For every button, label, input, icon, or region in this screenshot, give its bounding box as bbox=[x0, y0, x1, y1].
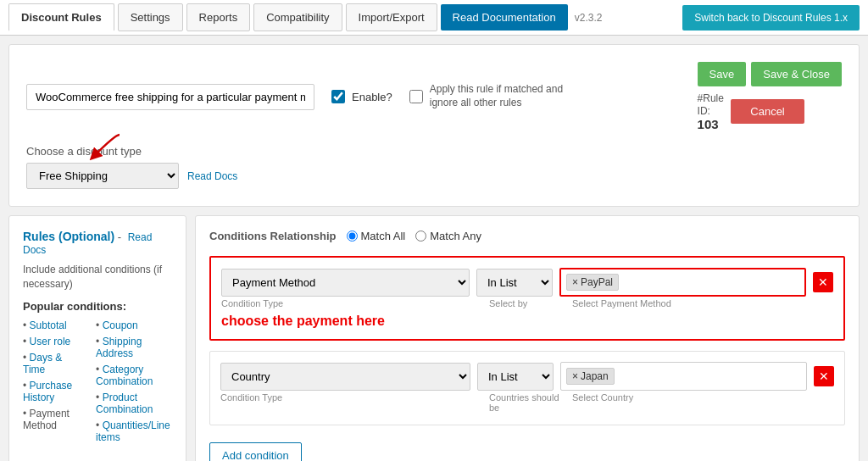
condition-block-2: Country In List × Japan ✕ Condition Type… bbox=[209, 351, 845, 425]
tab-reports[interactable]: Reports bbox=[186, 3, 251, 31]
condition-2-sublabels: Condition Type Countries should be Selec… bbox=[220, 391, 834, 414]
conditions-relationship-label: Conditions Relationship bbox=[209, 230, 337, 242]
payment-here-text: choose the payment here bbox=[221, 314, 833, 329]
remove-condition-2-button[interactable]: ✕ bbox=[814, 366, 834, 386]
select-by-select-1[interactable]: In List bbox=[476, 269, 553, 297]
condition-type-select-2[interactable]: Country bbox=[220, 363, 470, 391]
sidebar-item-shipping-address: Shipping Address bbox=[96, 336, 172, 359]
match-any-label: Match Any bbox=[430, 230, 481, 242]
select-by-select-2[interactable]: In List bbox=[477, 363, 554, 391]
match-all-option[interactable]: Match All bbox=[347, 230, 406, 242]
rules-panel: Conditions Relationship Match All Match … bbox=[195, 215, 860, 461]
sidebar-popular-label: Popular conditions: bbox=[23, 300, 172, 313]
paypal-tag-x[interactable]: × bbox=[572, 276, 578, 288]
enable-label: Enable? bbox=[352, 91, 392, 103]
condition-type-sublabel-1: Condition Type bbox=[221, 298, 482, 308]
match-radio-group: Match All Match Any bbox=[347, 230, 481, 242]
conditions-relationship-row: Conditions Relationship Match All Match … bbox=[209, 230, 845, 242]
japan-tag: × Japan bbox=[566, 368, 615, 385]
paypal-tag-label: PayPal bbox=[581, 276, 613, 288]
sidebar-item-purchase-history: Purchase History bbox=[23, 380, 82, 403]
tab-settings[interactable]: Settings bbox=[118, 3, 183, 31]
sidebar-item-payment-method: Payment Method bbox=[23, 408, 82, 431]
switch-back-button[interactable]: Switch back to Discount Rules 1.x bbox=[682, 5, 860, 31]
match-any-option[interactable]: Match Any bbox=[415, 230, 481, 242]
condition-type-select-1[interactable]: Payment Method bbox=[221, 269, 470, 297]
condition-block-1: Payment Method In List × PayPal ✕ Condit… bbox=[209, 256, 845, 341]
country-tag-input[interactable]: × Japan bbox=[560, 362, 807, 391]
paypal-tag: × PayPal bbox=[566, 274, 619, 291]
sidebar-item-days-time: Days & Time bbox=[23, 352, 82, 375]
tab-read-documentation[interactable]: Read Documentation bbox=[441, 4, 568, 31]
enable-row: Enable? bbox=[331, 90, 392, 103]
tab-compatibility[interactable]: Compatibility bbox=[253, 3, 342, 31]
apply-rule-row: Apply this rule if matched and ignore al… bbox=[409, 83, 582, 109]
condition-type-sublabel-2: Condition Type bbox=[220, 392, 482, 413]
sidebar-item-subtotal: Subtotal bbox=[23, 319, 82, 331]
top-navigation: Discount Rules Settings Reports Compatib… bbox=[0, 0, 868, 36]
bottom-section: Rules (Optional) - Read Docs Include add… bbox=[8, 215, 860, 461]
tab-import-export[interactable]: Import/Export bbox=[346, 3, 437, 31]
discount-type-select[interactable]: Free Shipping bbox=[26, 163, 179, 189]
tab-discount-rules[interactable]: Discount Rules bbox=[8, 3, 114, 31]
discount-type-label: Choose a discount type bbox=[26, 145, 842, 158]
match-any-radio[interactable] bbox=[415, 230, 426, 242]
rule-id-number: 103 bbox=[698, 117, 724, 131]
save-button-group: Save Save & Close bbox=[698, 62, 842, 86]
add-condition-button[interactable]: Add condition bbox=[209, 442, 302, 461]
rule-id-section: Save Save & Close #Rule ID: 103 Cancel bbox=[698, 62, 842, 131]
discount-type-row: Free Shipping Read Docs bbox=[26, 163, 842, 189]
sidebar: Rules (Optional) - Read Docs Include add… bbox=[8, 215, 186, 461]
condition-1-sublabels: Condition Type Select by Select Payment … bbox=[221, 297, 833, 310]
rule-name-input[interactable] bbox=[26, 84, 314, 110]
rule-row: Enable? Apply this rule if matched and i… bbox=[26, 62, 842, 131]
match-all-label: Match All bbox=[361, 230, 406, 242]
match-all-radio[interactable] bbox=[347, 230, 358, 242]
sidebar-include-text: Include additional conditions (if necess… bbox=[23, 263, 172, 292]
condition-inputs-1: Payment Method In List × PayPal ✕ bbox=[221, 268, 833, 297]
value-sublabel-2: Select Country bbox=[572, 392, 834, 413]
sidebar-title: Rules (Optional) bbox=[23, 230, 114, 243]
select-by-sublabel-2: Countries should be bbox=[489, 392, 565, 413]
sidebar-item-user-role: User role bbox=[23, 336, 82, 347]
discount-type-section: Choose a discount type Free Shipping Rea… bbox=[26, 145, 842, 189]
sidebar-columns: Subtotal User role Days & Time Purchase … bbox=[23, 319, 172, 447]
japan-tag-label: Japan bbox=[581, 370, 609, 382]
sidebar-item-coupon: Coupon bbox=[96, 319, 172, 331]
sidebar-dash: - bbox=[118, 230, 125, 243]
version-label: v2.3.2 bbox=[575, 12, 603, 24]
cancel-button[interactable]: Cancel bbox=[731, 99, 804, 124]
select-by-sublabel-1: Select by bbox=[489, 298, 565, 308]
read-docs-link[interactable]: Read Docs bbox=[187, 170, 237, 182]
red-arrow-icon bbox=[69, 131, 128, 164]
apply-rule-checkbox[interactable] bbox=[409, 90, 423, 103]
remove-condition-1-button[interactable]: ✕ bbox=[813, 272, 833, 292]
condition-inputs-2: Country In List × Japan ✕ bbox=[220, 362, 834, 391]
japan-tag-x[interactable]: × bbox=[572, 370, 578, 382]
apply-rule-label: Apply this rule if matched and ignore al… bbox=[430, 83, 582, 109]
enable-checkbox[interactable] bbox=[331, 90, 345, 103]
sidebar-item-product-combination: Product Combination bbox=[96, 392, 172, 415]
payment-method-tag-input[interactable]: × PayPal bbox=[559, 268, 806, 297]
sidebar-col-1: Subtotal User role Days & Time Purchase … bbox=[23, 319, 82, 447]
rule-editor-top: Enable? Apply this rule if matched and i… bbox=[8, 44, 860, 207]
save-button[interactable]: Save bbox=[698, 62, 747, 86]
sidebar-col-2: Coupon Shipping Address Category Combina… bbox=[96, 319, 172, 447]
rule-id-label: #Rule ID: bbox=[698, 92, 724, 117]
sidebar-item-category-combination: Category Combination bbox=[96, 364, 172, 387]
value-sublabel-1: Select Payment Method bbox=[572, 298, 833, 308]
sidebar-item-quantities: Quantities/Line items bbox=[96, 419, 172, 443]
save-close-button[interactable]: Save & Close bbox=[751, 62, 842, 86]
